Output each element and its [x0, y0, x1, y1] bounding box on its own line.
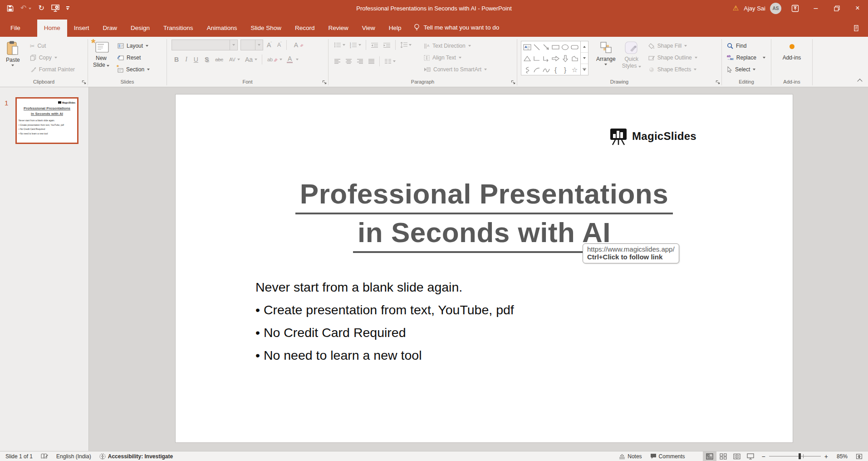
numbering-button[interactable]: 123	[348, 41, 363, 49]
gallery-more-button[interactable]	[581, 64, 588, 75]
bold-button[interactable]: B	[172, 56, 181, 63]
align-right-button[interactable]	[355, 58, 365, 65]
columns-button[interactable]	[383, 58, 397, 65]
font-color-button[interactable]: A	[285, 55, 300, 64]
gallery-scroll-down-button[interactable]	[581, 53, 588, 64]
save-icon[interactable]	[7, 5, 14, 12]
addins-button[interactable]: Add-ins	[780, 39, 804, 76]
shape-freeform-icon[interactable]	[571, 55, 579, 62]
warning-icon[interactable]: ⚠	[733, 4, 739, 12]
slideshow-view-button[interactable]	[744, 451, 757, 461]
font-name-select[interactable]	[172, 40, 238, 50]
start-slideshow-icon[interactable]	[51, 5, 59, 12]
shape-textbox-icon[interactable]: A	[523, 44, 531, 51]
shape-arc-icon[interactable]	[533, 67, 540, 73]
shape-right-brace-icon[interactable]: }	[564, 66, 566, 73]
shape-left-brace-icon[interactable]: {	[554, 66, 557, 73]
shape-scribble-icon[interactable]	[524, 66, 530, 74]
zoom-out-button[interactable]: −	[762, 453, 765, 460]
tab-review[interactable]: Review	[322, 20, 355, 37]
tab-animations[interactable]: Animations	[200, 20, 244, 37]
font-size-select[interactable]	[240, 40, 263, 50]
paragraph-dialog-launcher[interactable]	[511, 80, 515, 84]
gallery-scroll-up-button[interactable]	[581, 41, 588, 53]
undo-icon[interactable]: ↶	[20, 5, 26, 12]
notes-button[interactable]: Notes	[615, 451, 646, 461]
zoom-level[interactable]: 85%	[833, 451, 852, 461]
convert-to-smartart-button[interactable]: Convert to SmartArt	[422, 64, 489, 75]
accessibility-checker[interactable]: Accessibility: Investigate	[95, 451, 177, 461]
shape-oval-icon[interactable]	[561, 44, 569, 50]
highlight-color-button[interactable]: ab	[265, 56, 284, 63]
redo-icon[interactable]: ↻	[38, 5, 44, 12]
decrease-font-size-button[interactable]: Aˇ	[275, 41, 284, 49]
language-button[interactable]: English (India)	[52, 451, 95, 461]
shape-effects-button[interactable]: Shape Effects	[646, 64, 700, 75]
shape-fill-button[interactable]: Shape Fill	[646, 40, 700, 52]
shape-line-icon[interactable]	[533, 44, 540, 51]
select-button[interactable]: Select	[725, 64, 768, 75]
strikethrough-button[interactable]: abc	[212, 57, 226, 62]
shape-elbow-connector-icon[interactable]	[533, 55, 540, 62]
shape-elbow-arrow-connector-icon[interactable]	[543, 55, 550, 62]
user-name[interactable]: Ajay Sai	[744, 5, 765, 12]
copy-button[interactable]: Copy	[28, 52, 77, 64]
tab-record[interactable]: Record	[288, 20, 322, 37]
paste-button[interactable]: Paste	[3, 39, 23, 76]
customize-qat-icon[interactable]	[66, 6, 69, 10]
restore-button[interactable]	[826, 0, 847, 16]
shape-outline-button[interactable]: Shape Outline	[646, 52, 700, 64]
text-direction-button[interactable]: A Text Direction	[422, 40, 489, 52]
increase-font-size-button[interactable]: Aˆ	[264, 40, 274, 50]
clipboard-dialog-launcher[interactable]	[82, 80, 86, 84]
layout-button[interactable]: Layout	[115, 40, 152, 52]
slide-body[interactable]: Never start from a blank slide again. • …	[255, 276, 514, 367]
tab-view[interactable]: View	[355, 20, 382, 37]
cut-button[interactable]: ✂ Cut	[28, 40, 77, 52]
slide-thumbnail[interactable]: MagicSlides Professional Presentationsin…	[15, 97, 78, 144]
zoom-in-button[interactable]: +	[824, 453, 828, 460]
new-slide-button[interactable]: * NewSlide	[90, 39, 113, 76]
format-painter-button[interactable]: Format Painter	[28, 64, 77, 75]
tab-home[interactable]: Home	[37, 20, 67, 37]
tab-design[interactable]: Design	[124, 20, 157, 37]
italic-button[interactable]: I	[182, 56, 190, 63]
zoom-slider-thumb[interactable]	[799, 453, 801, 459]
reset-button[interactable]: Reset	[115, 52, 152, 64]
character-spacing-button[interactable]: AV	[227, 56, 242, 63]
fit-slide-button[interactable]	[852, 451, 868, 461]
shape-curve-icon[interactable]	[543, 67, 550, 73]
find-button[interactable]: Find	[725, 40, 768, 52]
tab-slideshow[interactable]: Slide Show	[244, 20, 288, 37]
slide-title[interactable]: Professional Presentations in Seconds wi…	[176, 180, 793, 257]
shape-arrow-icon[interactable]	[543, 44, 550, 51]
zoom-slider[interactable]	[769, 456, 821, 456]
shape-rounded-rectangle-icon[interactable]	[571, 44, 579, 50]
align-left-button[interactable]	[332, 58, 343, 65]
tell-me-box[interactable]: Tell me what you want to do	[408, 19, 505, 37]
slide-canvas[interactable]: MagicSlides Professional Presentations i…	[175, 94, 793, 443]
align-center-button[interactable]	[343, 58, 354, 65]
reading-view-button[interactable]	[730, 451, 744, 461]
replace-button[interactable]: ab→ac Replace	[725, 52, 768, 64]
shape-rectangle-icon[interactable]	[552, 44, 559, 50]
clear-formatting-button[interactable]: A	[289, 40, 306, 50]
change-case-button[interactable]: Aa	[243, 55, 259, 64]
collapse-ribbon-icon[interactable]	[857, 79, 862, 84]
shape-down-arrow-icon[interactable]	[562, 55, 569, 62]
shape-triangle-icon[interactable]	[524, 55, 531, 62]
bullets-button[interactable]	[332, 41, 347, 49]
tab-file[interactable]: File	[4, 20, 27, 37]
decrease-indent-button[interactable]	[369, 41, 380, 49]
arrange-button[interactable]: Arrange	[593, 39, 619, 76]
note-icon[interactable]	[853, 25, 860, 31]
spell-check-button[interactable]	[37, 451, 52, 461]
tab-draw[interactable]: Draw	[96, 20, 124, 37]
slide-indicator[interactable]: Slide 1 of 1	[0, 451, 37, 461]
avatar[interactable]: AS	[770, 3, 781, 14]
drawing-dialog-launcher[interactable]	[716, 80, 720, 84]
justify-button[interactable]	[366, 58, 377, 65]
minimize-button[interactable]: –	[805, 0, 826, 16]
tab-insert[interactable]: Insert	[67, 20, 96, 37]
quick-styles-button[interactable]: QuickStyles	[619, 39, 644, 76]
